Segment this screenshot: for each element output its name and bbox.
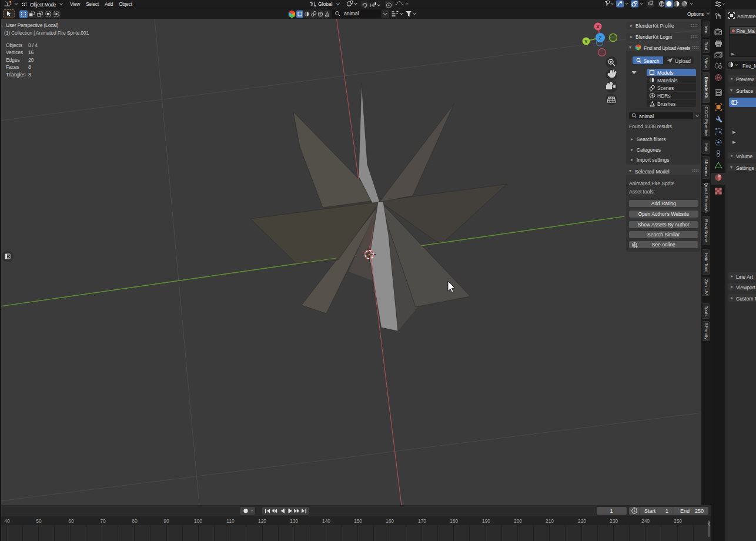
svg-text:1: 1 [610, 508, 613, 514]
svg-text:40: 40 [4, 518, 10, 524]
svg-text:170: 170 [418, 518, 426, 524]
svg-text:90: 90 [163, 518, 169, 524]
svg-text:240: 240 [641, 518, 650, 524]
svg-text:Y: Y [584, 39, 588, 44]
svg-text:190: 190 [482, 518, 490, 524]
svg-text:120: 120 [258, 518, 266, 524]
svg-text:220: 220 [578, 518, 586, 524]
svg-text:100: 100 [194, 518, 202, 524]
svg-text:animal: animal [344, 11, 359, 16]
svg-text:60: 60 [68, 518, 74, 524]
svg-text:250: 250 [695, 508, 704, 514]
svg-text:250: 250 [674, 518, 682, 524]
svg-text:150: 150 [354, 518, 362, 524]
svg-text:50: 50 [36, 518, 42, 524]
svg-text:1: 1 [665, 508, 668, 514]
svg-text:110: 110 [226, 518, 235, 524]
svg-text:230: 230 [610, 518, 618, 524]
svg-text:160: 160 [386, 518, 394, 524]
svg-text:X: X [596, 24, 600, 29]
svg-text:Z: Z [599, 35, 602, 41]
svg-text:70: 70 [100, 518, 106, 524]
svg-text:200: 200 [514, 518, 522, 524]
svg-text:180: 180 [450, 518, 458, 524]
svg-text:End: End [680, 508, 690, 514]
svg-text:210: 210 [546, 518, 554, 524]
svg-text:Options: Options [687, 11, 704, 17]
svg-text:80: 80 [132, 518, 138, 524]
svg-text:130: 130 [290, 518, 298, 524]
svg-text:140: 140 [322, 518, 330, 524]
svg-text:Start: Start [644, 508, 656, 514]
